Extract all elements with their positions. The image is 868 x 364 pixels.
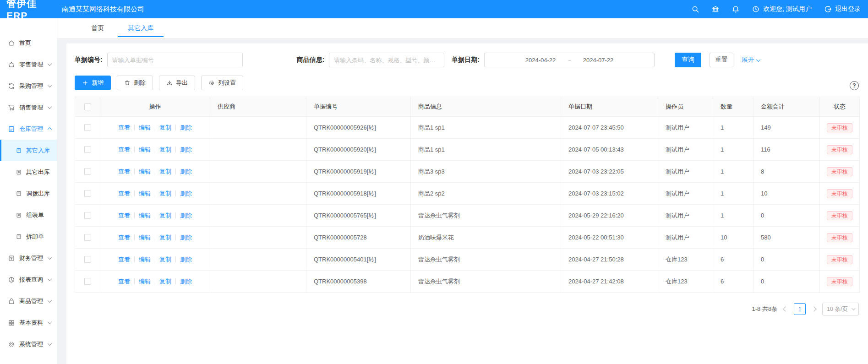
copy-link[interactable]: 复制	[159, 124, 171, 132]
cell-qty: 1	[713, 205, 753, 226]
clock-icon	[752, 5, 760, 13]
report-icon	[8, 276, 15, 283]
reset-button[interactable]: 重置	[710, 53, 733, 67]
delete-link[interactable]: 删除	[180, 255, 192, 264]
bell-icon[interactable]	[732, 5, 740, 13]
sidebar-item-basic-data[interactable]: 基本资料	[0, 312, 57, 333]
delete-link[interactable]: 删除	[180, 212, 192, 220]
export-button[interactable]: 导出	[159, 76, 195, 90]
cell-amount: 0	[753, 271, 820, 292]
main-region: 首页 其它入库 单据编号: 商品信息: 单据日期: 2024-04-22	[57, 18, 868, 364]
view-link[interactable]: 查看	[118, 212, 130, 220]
next-page-icon[interactable]	[811, 306, 816, 311]
sidebar-item-sales[interactable]: 销售管理	[0, 97, 57, 118]
sidebar-item-retail[interactable]: 零售管理	[0, 54, 57, 75]
edit-link[interactable]: 编辑	[139, 234, 151, 242]
cell-amount: 580	[753, 227, 820, 248]
header-status: 状态	[820, 97, 859, 116]
copy-link[interactable]: 复制	[159, 190, 171, 198]
sidebar-item-disassembly[interactable]: 拆卸单	[0, 226, 57, 247]
edit-link[interactable]: 编辑	[139, 212, 151, 220]
sidebar-item-goods[interactable]: 商品管理	[0, 290, 57, 312]
copy-link[interactable]: 复制	[159, 255, 171, 264]
date-from[interactable]: 2024-04-22	[525, 57, 556, 64]
user-welcome[interactable]: 欢迎您, 测试用户	[752, 5, 812, 13]
row-checkbox[interactable]	[84, 256, 91, 263]
cell-operator: 测试用户	[658, 183, 713, 204]
view-link[interactable]: 查看	[118, 146, 130, 154]
copy-link[interactable]: 复制	[159, 277, 171, 286]
sidebar-item-warehouse[interactable]: 仓库管理	[0, 118, 57, 140]
logout-button[interactable]: 退出登录	[824, 5, 861, 13]
delete-link[interactable]: 删除	[180, 168, 192, 176]
copy-link[interactable]: 复制	[159, 234, 171, 242]
column-settings-button[interactable]: 列设置	[201, 76, 243, 90]
sidebar-item-transfer-outbound[interactable]: 调拨出库	[0, 183, 57, 204]
sidebar-item-system[interactable]: 系统管理	[0, 333, 57, 355]
delete-button[interactable]: 删除	[117, 76, 153, 90]
view-link[interactable]: 查看	[118, 168, 130, 176]
prev-page-icon[interactable]	[783, 306, 788, 311]
order-no-input[interactable]	[107, 53, 243, 67]
sidebar-item-other-inbound[interactable]: 其它入库	[0, 140, 57, 161]
delete-link[interactable]: 删除	[180, 234, 192, 242]
date-range-picker[interactable]: 2024-04-22 ~ 2024-07-22	[484, 53, 655, 67]
page-number[interactable]: 1	[794, 303, 806, 315]
cell-product: 雷达杀虫气雾剂	[411, 205, 561, 226]
tab-home[interactable]: 首页	[79, 18, 116, 38]
delete-link[interactable]: 删除	[180, 124, 192, 132]
date-to[interactable]: 2024-07-22	[583, 57, 614, 64]
edit-link[interactable]: 编辑	[139, 255, 151, 264]
row-checkbox[interactable]	[84, 278, 91, 285]
row-checkbox[interactable]	[84, 168, 91, 175]
product-info-input[interactable]	[329, 53, 444, 67]
search-button[interactable]: 查询	[675, 53, 701, 67]
edit-link[interactable]: 编辑	[139, 190, 151, 198]
sidebar-item-home[interactable]: 首页	[0, 32, 57, 54]
search-icon[interactable]	[691, 5, 699, 13]
select-all-checkbox[interactable]	[84, 103, 91, 110]
delete-link[interactable]: 删除	[180, 277, 192, 286]
tab-other-inbound[interactable]: 其它入库	[116, 18, 165, 38]
sidebar-item-purchase[interactable]: 采购管理	[0, 75, 57, 97]
view-link[interactable]: 查看	[118, 255, 130, 264]
sidebar-item-assembly[interactable]: 组装单	[0, 204, 57, 226]
delete-link[interactable]: 删除	[180, 190, 192, 198]
retail-icon	[8, 61, 15, 68]
copy-link[interactable]: 复制	[159, 168, 171, 176]
edit-link[interactable]: 编辑	[139, 146, 151, 154]
row-checkbox[interactable]	[84, 212, 91, 219]
status-badge: 未审核	[827, 277, 852, 286]
company-name: 南通某某网络科技有限公司	[62, 5, 144, 14]
gear-icon	[8, 341, 15, 348]
row-actions: 查看 编辑 复制 删除	[100, 183, 210, 204]
add-button[interactable]: 新增	[75, 76, 111, 90]
row-checkbox[interactable]	[84, 124, 91, 131]
view-link[interactable]: 查看	[118, 234, 130, 242]
view-link[interactable]: 查看	[118, 190, 130, 198]
sidebar-item-finance[interactable]: 财务管理	[0, 247, 57, 269]
sidebar-item-other-outbound[interactable]: 其它出库	[0, 161, 57, 183]
doc-icon	[16, 234, 22, 240]
edit-link[interactable]: 编辑	[139, 124, 151, 132]
row-checkbox[interactable]	[84, 234, 91, 241]
chevron-down-icon	[48, 83, 52, 87]
status-badge: 未审核	[827, 233, 852, 242]
help-icon[interactable]: ?	[850, 81, 859, 90]
view-link[interactable]: 查看	[118, 124, 130, 132]
sidebar-item-reports[interactable]: 报表查询	[0, 269, 57, 290]
bank-icon[interactable]	[711, 5, 720, 13]
delete-link[interactable]: 删除	[180, 146, 192, 154]
delete-label: 删除	[134, 79, 146, 87]
copy-link[interactable]: 复制	[159, 146, 171, 154]
row-checkbox[interactable]	[84, 190, 91, 197]
copy-link[interactable]: 复制	[159, 212, 171, 220]
home-icon	[8, 39, 15, 47]
page-size-select[interactable]: 10 条/页	[822, 303, 859, 315]
edit-link[interactable]: 编辑	[139, 168, 151, 176]
chevron-down-icon	[48, 298, 52, 303]
edit-link[interactable]: 编辑	[139, 277, 151, 286]
row-checkbox[interactable]	[84, 146, 91, 153]
expand-link[interactable]: 展开	[742, 56, 760, 64]
view-link[interactable]: 查看	[118, 277, 130, 286]
